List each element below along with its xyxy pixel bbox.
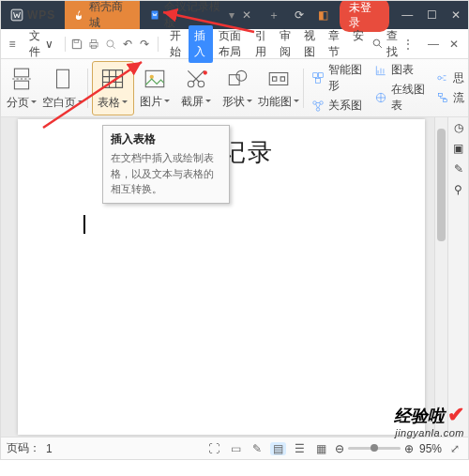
side-tool-icon[interactable]: ✎	[452, 162, 465, 176]
chart-icon	[374, 64, 387, 77]
tab-doc-label: 会议记录模板	[164, 0, 225, 31]
flow-icon	[436, 91, 449, 104]
ribbon-blank-label: 空白页	[42, 95, 76, 111]
svg-rect-4	[92, 39, 97, 42]
svg-rect-8	[15, 69, 29, 77]
menu-tab-4[interactable]: 审阅	[274, 25, 298, 63]
zoom-slider[interactable]	[348, 447, 401, 450]
ribbon-mind[interactable]: 思	[436, 70, 464, 86]
page-number: 1	[46, 442, 53, 455]
inner-minimize-icon[interactable]: —	[423, 34, 444, 54]
zoom-value[interactable]: 95%	[419, 442, 442, 455]
svg-point-27	[438, 76, 442, 80]
ribbon-chart[interactable]: 图表	[374, 62, 429, 78]
side-panel: ◷ ▣ ✎ ⚲	[447, 117, 468, 437]
sb-web-icon[interactable]: ▦	[313, 442, 329, 455]
svg-rect-28	[438, 93, 442, 96]
close-icon[interactable]: ✕	[242, 10, 251, 20]
ribbon-online-chart[interactable]: 在线图表	[374, 82, 429, 114]
app-menu-icon[interactable]: ≡	[5, 34, 20, 54]
ribbon-shape[interactable]: 形状	[217, 61, 258, 115]
side-pin-icon[interactable]: ⚲	[452, 183, 465, 196]
picture-icon	[143, 67, 167, 91]
ribbon: 分页 空白页 表格 图片 截屏 形状 功能图 智能图形 关系	[1, 59, 468, 117]
menu-tab-3[interactable]: 引用	[250, 25, 274, 63]
sb-fullscreen-icon[interactable]: ⛶	[205, 442, 222, 455]
menu-tab-5[interactable]: 视图	[298, 25, 323, 63]
ribbon-screenshot[interactable]: 截屏	[175, 61, 217, 115]
svg-rect-20	[313, 73, 318, 78]
zoom-out-icon[interactable]: ⊖	[335, 442, 344, 455]
search-button[interactable]: 查找	[371, 28, 399, 60]
flame-icon	[74, 9, 85, 21]
maximize-icon[interactable]: ☐	[419, 8, 444, 22]
ribbon-picture-label: 图片	[140, 94, 162, 110]
svg-point-25	[317, 107, 321, 111]
ribbon-relation[interactable]: 关系图	[311, 98, 366, 114]
doc-icon	[149, 9, 160, 21]
zoom-control[interactable]: ⊖ ⊕	[335, 442, 414, 455]
print-icon[interactable]	[86, 34, 101, 54]
sb-layout1-icon[interactable]: ▭	[228, 442, 244, 455]
inner-close-icon[interactable]: ✕	[444, 34, 464, 54]
sb-pagelayout-icon[interactable]: ▤	[270, 442, 286, 455]
ribbon-smartart-label: 功能图	[258, 94, 292, 110]
app-logo-text: WPS	[27, 8, 55, 22]
relation-icon	[311, 100, 325, 113]
svg-rect-9	[15, 81, 29, 89]
sb-expand-icon[interactable]: ⤢	[447, 442, 462, 455]
ribbon-table[interactable]: 表格	[92, 61, 133, 115]
close-window-icon[interactable]: ✕	[444, 8, 468, 22]
save-icon[interactable]	[69, 34, 84, 54]
svg-rect-1	[152, 11, 159, 20]
tab-mall[interactable]: 稻壳商城	[65, 1, 140, 29]
svg-point-18	[236, 70, 247, 81]
menu-tab-7[interactable]: 安	[347, 25, 370, 63]
side-compass-icon[interactable]: ◷	[452, 121, 465, 134]
tab-document[interactable]: 会议记录模板 ▾ ✕	[140, 1, 261, 29]
undo-icon[interactable]: ↶	[120, 34, 135, 54]
sb-outline-icon[interactable]: ☰	[292, 442, 308, 455]
text-cursor	[83, 215, 85, 234]
ribbon-page-break[interactable]: 分页	[1, 61, 42, 115]
search-icon	[371, 38, 384, 50]
document-area: 会议记录 ◷ ▣ ✎ ⚲	[1, 117, 468, 437]
svg-rect-29	[444, 100, 447, 102]
ribbon-smartart[interactable]: 功能图	[258, 61, 299, 115]
scrollbar-thumb[interactable]	[437, 129, 446, 241]
side-page-icon[interactable]: ▣	[452, 142, 465, 155]
menu-icon[interactable]: ◧	[311, 8, 336, 22]
preview-icon[interactable]	[103, 34, 118, 54]
status-bar: 页码： 1 ⛶ ▭ ✎ ▤ ☰ ▦ ⊖ ⊕ 95% ⤢	[1, 437, 468, 459]
zoom-in-icon[interactable]: ⊕	[404, 442, 414, 455]
ribbon-picture[interactable]: 图片	[134, 61, 175, 115]
ribbon-flow[interactable]: 流	[436, 90, 464, 106]
file-menu-label: 文件	[29, 28, 42, 60]
minimize-icon[interactable]: —	[395, 8, 419, 22]
app-logo: WPS	[1, 1, 65, 29]
menu-tab-6[interactable]: 章节	[323, 25, 347, 63]
sb-edit-icon[interactable]: ✎	[250, 442, 265, 455]
scrollbar-vertical[interactable]	[434, 117, 447, 437]
ribbon-smartgraphic[interactable]: 智能图形	[311, 62, 366, 94]
dropdown-icon[interactable]: ▾	[229, 8, 234, 22]
redo-icon[interactable]: ↷	[137, 34, 152, 54]
svg-rect-22	[316, 79, 321, 84]
tooltip-body: 在文档中插入或绘制表格，以及文本与表格的相互转换。	[111, 150, 221, 197]
tooltip-insert-table: 插入表格 在文档中插入或绘制表格，以及文本与表格的相互转换。	[102, 125, 230, 204]
svg-point-16	[204, 70, 207, 74]
smartgraphic-icon	[311, 71, 325, 84]
tab-mall-label: 稻壳商城	[89, 0, 130, 31]
shape-icon	[225, 67, 250, 91]
mind-icon	[436, 71, 449, 84]
file-menu[interactable]: 文件 ∨	[22, 28, 61, 60]
tooltip-title: 插入表格	[111, 131, 221, 147]
title-bar: WPS 稻壳商城 会议记录模板 ▾ ✕ ＋ ⟳ ◧ 未登录 — ☐ ✕	[1, 1, 468, 29]
svg-rect-12	[145, 70, 164, 86]
svg-rect-11	[103, 69, 123, 87]
sync-icon[interactable]: ⟳	[287, 8, 311, 22]
ribbon-page-break-label: 分页	[7, 95, 29, 111]
ribbon-blank-page[interactable]: 空白页	[42, 61, 83, 115]
scissors-icon	[184, 67, 208, 91]
more-icon[interactable]: ⋮	[401, 34, 416, 54]
